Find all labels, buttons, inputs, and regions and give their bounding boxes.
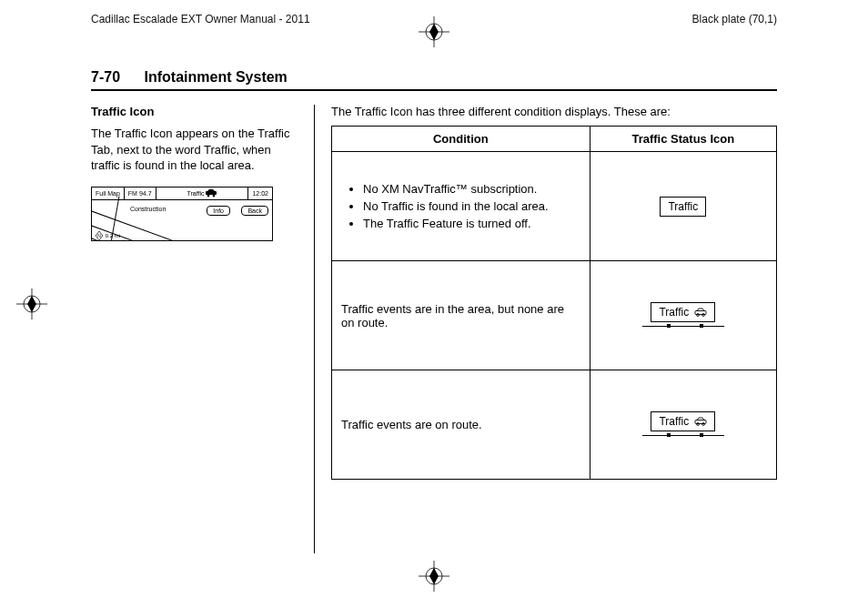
section-title: Infotainment System (144, 69, 287, 85)
content-area: Traffic Icon The Traffic Icon appears on… (91, 105, 777, 553)
nav-construction-label: Construction (130, 206, 166, 212)
svg-point-11 (212, 195, 215, 198)
nav-time: 12:02 (248, 187, 272, 199)
car-icon (205, 188, 217, 198)
svg-point-17 (697, 422, 700, 425)
print-header: Cadillac Escalade EXT Owner Manual - 201… (91, 13, 777, 25)
page-number: 7-70 (91, 69, 120, 85)
traffic-badge-label: Traffic (659, 415, 689, 428)
nav-back-button: Back (241, 206, 268, 216)
traffic-badge-label: Traffic (668, 200, 698, 213)
plate-info: Black plate (70,1) (692, 13, 777, 25)
traffic-status-badge: Traffic (651, 302, 715, 322)
nav-traffic-tab: Traffic (156, 187, 249, 199)
traffic-badge-label: Traffic (659, 306, 689, 319)
svg-point-14 (697, 313, 700, 316)
th-condition: Condition (332, 127, 590, 152)
condition-cell: No XM NavTraffic™ subscription. No Traff… (332, 152, 590, 261)
traffic-status-badge: Traffic (660, 197, 706, 217)
list-item: No XM NavTraffic™ subscription. (363, 182, 580, 196)
car-icon (694, 308, 707, 317)
list-item: No Traffic is found in the local area. (363, 199, 580, 213)
list-item: The Traffic Feature is turned off. (363, 217, 580, 230)
manual-title: Cadillac Escalade EXT Owner Manual - 201… (91, 13, 310, 25)
left-column: Traffic Icon The Traffic Icon appears on… (91, 105, 314, 553)
traffic-status-badge: Traffic (651, 411, 715, 431)
table-row: Traffic events are on route. Traffic (332, 370, 777, 480)
svg-point-10 (207, 195, 209, 198)
traffic-underline (642, 324, 724, 329)
page-heading: 7-70 Infotainment System (91, 69, 288, 86)
table-intro: The Traffic Icon has three different con… (331, 105, 777, 118)
condition-cell: Traffic events are in the area, but none… (332, 261, 590, 370)
icon-cell: Traffic (590, 261, 776, 370)
svg-point-18 (702, 422, 705, 425)
table-row: Traffic events are in the area, but none… (332, 261, 777, 370)
icon-cell: Traffic (590, 152, 776, 261)
icon-cell: Traffic (590, 370, 776, 480)
crop-mark-bottom (419, 561, 449, 592)
th-icon: Traffic Status Icon (590, 127, 776, 152)
traffic-icon-paragraph: The Traffic Icon appears on the Traffic … (91, 126, 298, 174)
condition-cell: Traffic events are on route. (332, 370, 590, 480)
nav-fm-tab: FM 94.7 (125, 187, 156, 199)
svg-point-15 (702, 313, 705, 316)
nav-traffic-tab-label: Traffic (187, 190, 204, 197)
right-column: The Traffic Icon has three different con… (314, 105, 777, 553)
traffic-icon-heading: Traffic Icon (91, 105, 298, 118)
svg-text:N: N (97, 233, 101, 238)
nav-full-map-tab: Full Map (92, 187, 125, 199)
svg-rect-9 (206, 191, 217, 195)
crop-mark-left (16, 289, 47, 319)
traffic-condition-table: Condition Traffic Status Icon No XM NavT… (331, 126, 777, 480)
nav-scale-text: 0.2 mi (106, 232, 120, 238)
table-row: No XM NavTraffic™ subscription. No Traff… (332, 152, 777, 261)
nav-info-button: Info (207, 206, 230, 216)
car-icon (694, 417, 707, 426)
nav-scale: N 0.2 mi (95, 231, 120, 240)
traffic-underline (642, 433, 724, 439)
nav-screenshot-illustration: Full Map FM 94.7 Traffic 12:02 Construct… (91, 187, 273, 241)
page-rule (91, 89, 777, 91)
